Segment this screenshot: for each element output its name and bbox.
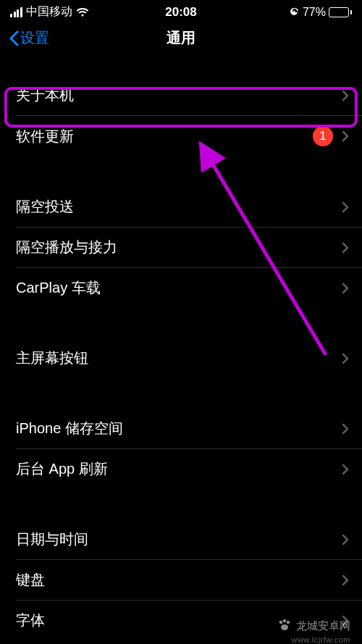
chevron-right-icon xyxy=(342,242,349,254)
settings-group: 主屏幕按钮 xyxy=(0,338,362,378)
chevron-left-icon xyxy=(9,30,19,46)
settings-group: 隔空投送 隔空播放与接力 CarPlay 车载 xyxy=(0,187,362,308)
settings-group: 关于本机 软件更新 1 xyxy=(0,75,362,156)
row-carplay[interactable]: CarPlay 车载 xyxy=(0,268,362,308)
row-background-refresh[interactable]: 后台 App 刷新 xyxy=(0,449,362,489)
row-label: 键盘 xyxy=(16,570,342,590)
row-label: 软件更新 xyxy=(16,127,313,146)
svg-point-5 xyxy=(281,624,288,630)
row-label: CarPlay 车载 xyxy=(16,278,342,298)
row-software-update[interactable]: 软件更新 1 xyxy=(0,116,362,156)
orientation-lock-icon xyxy=(290,7,300,17)
chevron-right-icon xyxy=(342,464,349,475)
watermark-url: www.lcjrfw.com xyxy=(291,635,350,644)
row-label: iPhone 储存空间 xyxy=(16,419,342,438)
chevron-right-icon xyxy=(342,353,349,364)
watermark: 龙城安卓网 xyxy=(277,619,350,634)
row-date-time[interactable]: 日期与时间 xyxy=(0,519,362,559)
row-label: 关于本机 xyxy=(16,85,342,105)
settings-group: iPhone 储存空间 后台 App 刷新 xyxy=(0,409,362,489)
signal-icon xyxy=(10,7,22,17)
chevron-right-icon xyxy=(342,423,349,435)
chevron-right-icon xyxy=(342,574,349,586)
clock: 20:08 xyxy=(165,5,196,20)
back-button[interactable]: 设置 xyxy=(9,28,49,48)
page-title: 通用 xyxy=(167,28,195,48)
paw-icon xyxy=(277,619,292,634)
status-right: 77% xyxy=(290,6,352,19)
row-home-button[interactable]: 主屏幕按钮 xyxy=(0,338,362,378)
row-about[interactable]: 关于本机 xyxy=(0,75,362,115)
row-keyboard[interactable]: 键盘 xyxy=(0,560,362,600)
chevron-right-icon xyxy=(342,90,349,101)
battery-icon xyxy=(329,7,352,17)
content: 关于本机 软件更新 1 隔空投送 隔空播放与接力 CarPlay 车载 xyxy=(0,58,362,640)
carrier-label: 中国移动 xyxy=(26,4,72,20)
battery-percent: 77% xyxy=(303,6,326,19)
row-label: 隔空投送 xyxy=(16,197,342,217)
chevron-right-icon xyxy=(342,201,349,213)
chevron-right-icon xyxy=(342,534,349,545)
row-label: 日期与时间 xyxy=(16,530,342,549)
notification-badge: 1 xyxy=(313,126,333,146)
svg-point-2 xyxy=(279,621,283,624)
nav-bar: 设置 通用 xyxy=(0,21,362,58)
watermark-text: 龙城安卓网 xyxy=(296,619,350,633)
row-label: 隔空播放与接力 xyxy=(16,238,342,257)
status-left: 中国移动 xyxy=(10,4,89,20)
chevron-right-icon xyxy=(342,130,349,142)
svg-point-3 xyxy=(283,619,287,623)
chevron-right-icon xyxy=(342,283,349,294)
wifi-icon xyxy=(76,7,89,17)
svg-point-4 xyxy=(287,621,290,624)
row-storage[interactable]: iPhone 储存空间 xyxy=(0,409,362,448)
row-label: 后台 App 刷新 xyxy=(16,459,342,479)
row-airplay-handoff[interactable]: 隔空播放与接力 xyxy=(0,227,362,267)
back-label: 设置 xyxy=(20,28,49,48)
row-label: 主屏幕按钮 xyxy=(16,348,342,368)
status-bar: 中国移动 20:08 77% xyxy=(0,0,362,21)
row-airdrop[interactable]: 隔空投送 xyxy=(0,187,362,227)
